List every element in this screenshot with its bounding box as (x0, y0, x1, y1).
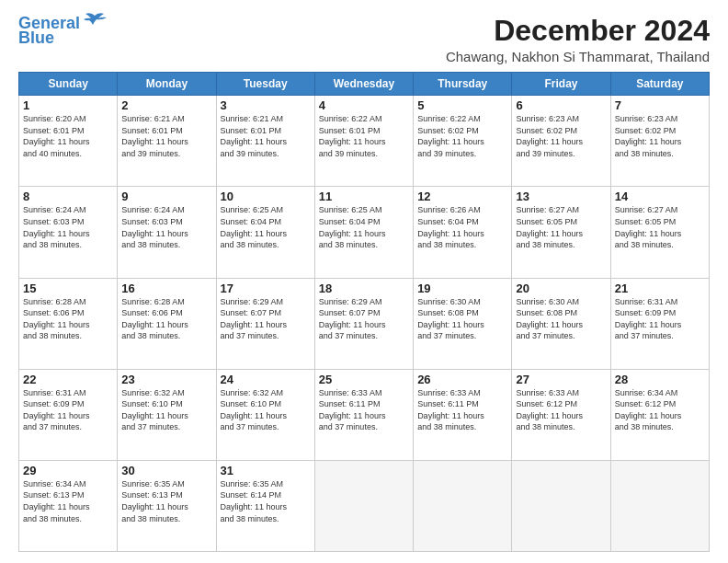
day-info: Sunrise: 6:30 AM Sunset: 6:08 PM Dayligh… (516, 296, 606, 342)
table-row: 22Sunrise: 6:31 AM Sunset: 6:09 PM Dayli… (19, 369, 118, 460)
col-monday: Monday (118, 73, 216, 96)
day-info: Sunrise: 6:23 AM Sunset: 6:02 PM Dayligh… (516, 113, 606, 159)
day-info: Sunrise: 6:34 AM Sunset: 6:13 PM Dayligh… (23, 478, 113, 524)
col-thursday: Thursday (414, 73, 512, 96)
table-row: 7Sunrise: 6:23 AM Sunset: 6:02 PM Daylig… (610, 96, 709, 187)
col-wednesday: Wednesday (314, 73, 413, 96)
calendar-week-row: 22Sunrise: 6:31 AM Sunset: 6:09 PM Dayli… (19, 369, 710, 460)
day-number: 10 (221, 190, 311, 203)
day-number: 27 (516, 373, 606, 386)
day-info: Sunrise: 6:21 AM Sunset: 6:01 PM Dayligh… (221, 113, 311, 159)
day-number: 22 (23, 373, 113, 386)
day-number: 21 (615, 282, 705, 295)
day-info: Sunrise: 6:33 AM Sunset: 6:11 PM Dayligh… (319, 387, 409, 433)
day-info: Sunrise: 6:31 AM Sunset: 6:09 PM Dayligh… (23, 387, 113, 433)
table-row: 6Sunrise: 6:23 AM Sunset: 6:02 PM Daylig… (512, 96, 610, 187)
calendar-week-row: 15Sunrise: 6:28 AM Sunset: 6:06 PM Dayli… (19, 278, 710, 369)
day-info: Sunrise: 6:30 AM Sunset: 6:08 PM Dayligh… (417, 296, 507, 342)
day-number: 19 (417, 282, 507, 295)
day-number: 25 (319, 373, 409, 386)
table-row: 18Sunrise: 6:29 AM Sunset: 6:07 PM Dayli… (314, 278, 413, 369)
day-info: Sunrise: 6:32 AM Sunset: 6:10 PM Dayligh… (221, 387, 311, 433)
table-row (512, 460, 610, 551)
table-row: 3Sunrise: 6:21 AM Sunset: 6:01 PM Daylig… (216, 96, 314, 187)
table-row: 26Sunrise: 6:33 AM Sunset: 6:11 PM Dayli… (414, 369, 512, 460)
day-info: Sunrise: 6:23 AM Sunset: 6:02 PM Dayligh… (615, 113, 705, 159)
day-number: 24 (221, 373, 311, 386)
day-info: Sunrise: 6:24 AM Sunset: 6:03 PM Dayligh… (121, 204, 211, 250)
day-info: Sunrise: 6:25 AM Sunset: 6:04 PM Dayligh… (319, 204, 409, 250)
day-number: 14 (615, 190, 705, 203)
day-number: 3 (221, 98, 311, 112)
day-number: 29 (23, 464, 113, 477)
location-title: Chawang, Nakhon Si Thammarat, Thailand (446, 49, 710, 64)
calendar-week-row: 29Sunrise: 6:34 AM Sunset: 6:13 PM Dayli… (19, 460, 710, 551)
col-friday: Friday (512, 73, 610, 96)
day-number: 5 (417, 98, 507, 112)
day-number: 20 (516, 282, 606, 295)
day-info: Sunrise: 6:33 AM Sunset: 6:11 PM Dayligh… (417, 387, 507, 433)
day-number: 30 (121, 464, 211, 477)
table-row: 20Sunrise: 6:30 AM Sunset: 6:08 PM Dayli… (512, 278, 610, 369)
table-row: 25Sunrise: 6:33 AM Sunset: 6:11 PM Dayli… (314, 369, 413, 460)
table-row: 29Sunrise: 6:34 AM Sunset: 6:13 PM Dayli… (19, 460, 118, 551)
table-row: 16Sunrise: 6:28 AM Sunset: 6:06 PM Dayli… (118, 278, 216, 369)
page: General Blue December 2024 Chawang, Nakh… (0, 0, 728, 563)
day-number: 9 (121, 190, 211, 203)
header: General Blue December 2024 Chawang, Nakh… (18, 15, 710, 64)
table-row: 15Sunrise: 6:28 AM Sunset: 6:06 PM Dayli… (19, 278, 118, 369)
day-number: 13 (516, 190, 606, 203)
day-info: Sunrise: 6:29 AM Sunset: 6:07 PM Dayligh… (221, 296, 311, 342)
day-info: Sunrise: 6:22 AM Sunset: 6:01 PM Dayligh… (319, 113, 409, 159)
day-info: Sunrise: 6:32 AM Sunset: 6:10 PM Dayligh… (121, 387, 211, 433)
day-number: 26 (417, 373, 507, 386)
table-row: 4Sunrise: 6:22 AM Sunset: 6:01 PM Daylig… (314, 96, 413, 187)
table-row: 11Sunrise: 6:25 AM Sunset: 6:04 PM Dayli… (314, 187, 413, 278)
table-row: 5Sunrise: 6:22 AM Sunset: 6:02 PM Daylig… (414, 96, 512, 187)
day-number: 23 (121, 373, 211, 386)
day-number: 16 (121, 282, 211, 295)
day-info: Sunrise: 6:31 AM Sunset: 6:09 PM Dayligh… (615, 296, 705, 342)
logo-blue: Blue (18, 29, 54, 48)
day-number: 31 (221, 464, 311, 477)
day-info: Sunrise: 6:26 AM Sunset: 6:04 PM Dayligh… (417, 204, 507, 250)
day-info: Sunrise: 6:21 AM Sunset: 6:01 PM Dayligh… (121, 113, 211, 159)
table-row: 17Sunrise: 6:29 AM Sunset: 6:07 PM Dayli… (216, 278, 314, 369)
day-info: Sunrise: 6:29 AM Sunset: 6:07 PM Dayligh… (319, 296, 409, 342)
day-number: 6 (516, 98, 606, 112)
day-number: 12 (417, 190, 507, 203)
day-info: Sunrise: 6:27 AM Sunset: 6:05 PM Dayligh… (516, 204, 606, 250)
table-row: 24Sunrise: 6:32 AM Sunset: 6:10 PM Dayli… (216, 369, 314, 460)
day-number: 4 (319, 98, 409, 112)
table-row: 23Sunrise: 6:32 AM Sunset: 6:10 PM Dayli… (118, 369, 216, 460)
col-sunday: Sunday (19, 73, 118, 96)
table-row: 28Sunrise: 6:34 AM Sunset: 6:12 PM Dayli… (610, 369, 709, 460)
day-info: Sunrise: 6:27 AM Sunset: 6:05 PM Dayligh… (615, 204, 705, 250)
col-saturday: Saturday (610, 73, 709, 96)
day-info: Sunrise: 6:34 AM Sunset: 6:12 PM Dayligh… (615, 387, 705, 433)
calendar-week-row: 1Sunrise: 6:20 AM Sunset: 6:01 PM Daylig… (19, 96, 710, 187)
logo-bird-icon (82, 12, 108, 29)
logo: General Blue (18, 15, 108, 48)
day-info: Sunrise: 6:22 AM Sunset: 6:02 PM Dayligh… (417, 113, 507, 159)
table-row: 8Sunrise: 6:24 AM Sunset: 6:03 PM Daylig… (19, 187, 118, 278)
table-row: 14Sunrise: 6:27 AM Sunset: 6:05 PM Dayli… (610, 187, 709, 278)
table-row: 27Sunrise: 6:33 AM Sunset: 6:12 PM Dayli… (512, 369, 610, 460)
day-number: 7 (615, 98, 705, 112)
day-number: 8 (23, 190, 113, 203)
day-info: Sunrise: 6:28 AM Sunset: 6:06 PM Dayligh… (121, 296, 211, 342)
calendar-table: Sunday Monday Tuesday Wednesday Thursday… (18, 72, 710, 552)
day-number: 2 (121, 98, 211, 112)
table-row (314, 460, 413, 551)
calendar-week-row: 8Sunrise: 6:24 AM Sunset: 6:03 PM Daylig… (19, 187, 710, 278)
day-number: 17 (221, 282, 311, 295)
day-number: 18 (319, 282, 409, 295)
calendar-header-row: Sunday Monday Tuesday Wednesday Thursday… (19, 73, 710, 96)
table-row: 31Sunrise: 6:35 AM Sunset: 6:14 PM Dayli… (216, 460, 314, 551)
table-row (414, 460, 512, 551)
table-row: 30Sunrise: 6:35 AM Sunset: 6:13 PM Dayli… (118, 460, 216, 551)
table-row: 19Sunrise: 6:30 AM Sunset: 6:08 PM Dayli… (414, 278, 512, 369)
day-info: Sunrise: 6:25 AM Sunset: 6:04 PM Dayligh… (221, 204, 311, 250)
day-number: 28 (615, 373, 705, 386)
title-block: December 2024 Chawang, Nakhon Si Thammar… (446, 15, 710, 64)
